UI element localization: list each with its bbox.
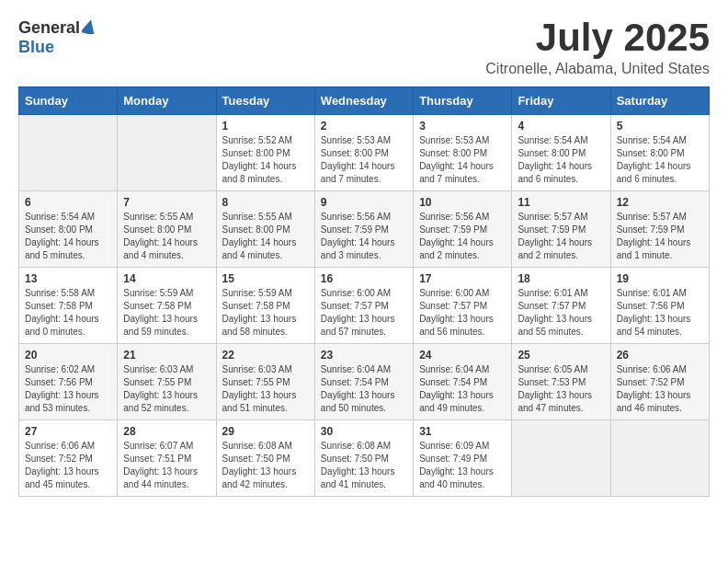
calendar-cell: 7Sunrise: 5:55 AM Sunset: 8:00 PM Daylig… <box>118 191 216 268</box>
main-title: July 2025 <box>485 18 710 57</box>
day-info: Sunrise: 6:00 AM Sunset: 7:57 PM Dayligh… <box>419 287 506 339</box>
svg-marker-0 <box>82 19 97 34</box>
subtitle: Citronelle, Alabama, United States <box>485 61 710 77</box>
weekday-friday: Friday <box>512 87 610 115</box>
calendar-cell: 8Sunrise: 5:55 AM Sunset: 8:00 PM Daylig… <box>216 191 314 268</box>
calendar-cell: 20Sunrise: 6:02 AM Sunset: 7:56 PM Dayli… <box>19 344 118 420</box>
day-info: Sunrise: 5:55 AM Sunset: 8:00 PM Dayligh… <box>222 211 309 262</box>
day-number: 20 <box>25 349 111 362</box>
day-number: 5 <box>617 120 703 132</box>
day-info: Sunrise: 5:53 AM Sunset: 8:00 PM Dayligh… <box>321 134 407 186</box>
day-info: Sunrise: 6:01 AM Sunset: 7:56 PM Dayligh… <box>617 287 703 339</box>
day-number: 29 <box>222 425 309 438</box>
day-info: Sunrise: 6:06 AM Sunset: 7:52 PM Dayligh… <box>25 440 111 491</box>
calendar-cell: 9Sunrise: 5:56 AM Sunset: 7:59 PM Daylig… <box>314 191 413 268</box>
day-info: Sunrise: 5:57 AM Sunset: 7:59 PM Dayligh… <box>617 211 703 262</box>
day-info: Sunrise: 6:03 AM Sunset: 7:55 PM Dayligh… <box>222 363 309 415</box>
calendar-cell: 16Sunrise: 6:00 AM Sunset: 7:57 PM Dayli… <box>314 268 413 344</box>
day-number: 15 <box>222 272 309 285</box>
calendar-cell: 17Sunrise: 6:00 AM Sunset: 7:57 PM Dayli… <box>414 268 512 344</box>
day-number: 31 <box>419 425 506 438</box>
day-info: Sunrise: 6:01 AM Sunset: 7:57 PM Dayligh… <box>518 287 604 339</box>
calendar-cell <box>19 115 118 191</box>
day-info: Sunrise: 5:55 AM Sunset: 8:00 PM Dayligh… <box>123 211 210 262</box>
calendar-cell: 31Sunrise: 6:09 AM Sunset: 7:49 PM Dayli… <box>414 420 512 497</box>
calendar-cell: 23Sunrise: 6:04 AM Sunset: 7:54 PM Dayli… <box>314 344 413 420</box>
calendar-cell: 19Sunrise: 6:01 AM Sunset: 7:56 PM Dayli… <box>610 268 709 344</box>
day-number: 25 <box>518 349 604 362</box>
day-number: 1 <box>222 120 309 132</box>
day-number: 30 <box>321 425 407 438</box>
day-number: 22 <box>222 349 309 362</box>
day-number: 4 <box>518 120 604 132</box>
calendar-cell: 15Sunrise: 5:59 AM Sunset: 7:58 PM Dayli… <box>216 268 314 344</box>
day-info: Sunrise: 6:04 AM Sunset: 7:54 PM Dayligh… <box>419 363 506 415</box>
calendar-cell: 5Sunrise: 5:54 AM Sunset: 8:00 PM Daylig… <box>610 115 709 191</box>
weekday-sunday: Sunday <box>19 87 118 115</box>
day-number: 6 <box>25 196 111 209</box>
day-info: Sunrise: 6:02 AM Sunset: 7:56 PM Dayligh… <box>25 363 111 415</box>
calendar-cell: 4Sunrise: 5:54 AM Sunset: 8:00 PM Daylig… <box>512 115 610 191</box>
day-info: Sunrise: 5:59 AM Sunset: 7:58 PM Dayligh… <box>222 287 309 339</box>
week-row-2: 6Sunrise: 5:54 AM Sunset: 8:00 PM Daylig… <box>19 191 710 268</box>
day-info: Sunrise: 5:56 AM Sunset: 7:59 PM Dayligh… <box>321 211 407 262</box>
day-number: 21 <box>123 349 210 362</box>
day-info: Sunrise: 6:09 AM Sunset: 7:49 PM Dayligh… <box>419 440 506 491</box>
day-info: Sunrise: 5:59 AM Sunset: 7:58 PM Dayligh… <box>123 287 210 339</box>
day-number: 11 <box>518 196 604 209</box>
day-info: Sunrise: 5:54 AM Sunset: 8:00 PM Dayligh… <box>617 134 703 186</box>
day-info: Sunrise: 6:03 AM Sunset: 7:55 PM Dayligh… <box>123 363 210 415</box>
logo-general: General <box>18 18 80 38</box>
calendar-cell: 22Sunrise: 6:03 AM Sunset: 7:55 PM Dayli… <box>216 344 314 420</box>
calendar-cell: 21Sunrise: 6:03 AM Sunset: 7:55 PM Dayli… <box>118 344 216 420</box>
week-row-3: 13Sunrise: 5:58 AM Sunset: 7:58 PM Dayli… <box>19 268 710 344</box>
logo-blue: Blue <box>18 38 54 56</box>
calendar-cell: 30Sunrise: 6:08 AM Sunset: 7:50 PM Dayli… <box>314 420 413 497</box>
day-number: 23 <box>321 349 407 362</box>
day-info: Sunrise: 5:58 AM Sunset: 7:58 PM Dayligh… <box>25 287 111 339</box>
weekday-wednesday: Wednesday <box>314 87 413 115</box>
day-number: 7 <box>123 196 210 209</box>
day-number: 2 <box>321 120 407 132</box>
calendar-cell: 27Sunrise: 6:06 AM Sunset: 7:52 PM Dayli… <box>19 420 118 497</box>
day-info: Sunrise: 5:53 AM Sunset: 8:00 PM Dayligh… <box>419 134 506 186</box>
day-number: 26 <box>617 349 703 362</box>
day-number: 27 <box>25 425 111 438</box>
day-info: Sunrise: 6:08 AM Sunset: 7:50 PM Dayligh… <box>321 440 407 491</box>
day-number: 8 <box>222 196 309 209</box>
day-number: 28 <box>123 425 210 438</box>
calendar-cell <box>610 420 709 497</box>
logo-icon <box>82 19 97 38</box>
day-info: Sunrise: 6:05 AM Sunset: 7:53 PM Dayligh… <box>518 363 604 415</box>
day-info: Sunrise: 5:56 AM Sunset: 7:59 PM Dayligh… <box>419 211 506 262</box>
header: General Blue July 2025 Citronelle, Alaba… <box>18 18 710 77</box>
day-info: Sunrise: 6:00 AM Sunset: 7:57 PM Dayligh… <box>321 287 407 339</box>
day-number: 9 <box>321 196 407 209</box>
day-info: Sunrise: 5:52 AM Sunset: 8:00 PM Dayligh… <box>222 134 309 186</box>
day-number: 18 <box>518 272 604 285</box>
calendar-cell: 11Sunrise: 5:57 AM Sunset: 7:59 PM Dayli… <box>512 191 610 268</box>
day-number: 19 <box>617 272 703 285</box>
calendar-cell: 18Sunrise: 6:01 AM Sunset: 7:57 PM Dayli… <box>512 268 610 344</box>
weekday-tuesday: Tuesday <box>216 87 314 115</box>
calendar-cell: 24Sunrise: 6:04 AM Sunset: 7:54 PM Dayli… <box>414 344 512 420</box>
day-number: 14 <box>123 272 210 285</box>
day-number: 17 <box>419 272 506 285</box>
calendar-cell <box>118 115 216 191</box>
calendar-cell: 25Sunrise: 6:05 AM Sunset: 7:53 PM Dayli… <box>512 344 610 420</box>
title-section: July 2025 Citronelle, Alabama, United St… <box>485 18 710 77</box>
calendar-cell: 2Sunrise: 5:53 AM Sunset: 8:00 PM Daylig… <box>314 115 413 191</box>
week-row-1: 1Sunrise: 5:52 AM Sunset: 8:00 PM Daylig… <box>19 115 710 191</box>
calendar-cell: 26Sunrise: 6:06 AM Sunset: 7:52 PM Dayli… <box>610 344 709 420</box>
day-number: 24 <box>419 349 506 362</box>
week-row-5: 27Sunrise: 6:06 AM Sunset: 7:52 PM Dayli… <box>19 420 710 497</box>
day-number: 3 <box>419 120 506 132</box>
calendar-cell: 28Sunrise: 6:07 AM Sunset: 7:51 PM Dayli… <box>118 420 216 497</box>
day-number: 12 <box>617 196 703 209</box>
calendar-cell: 10Sunrise: 5:56 AM Sunset: 7:59 PM Dayli… <box>414 191 512 268</box>
day-number: 16 <box>321 272 407 285</box>
day-info: Sunrise: 5:57 AM Sunset: 7:59 PM Dayligh… <box>518 211 604 262</box>
calendar-cell: 14Sunrise: 5:59 AM Sunset: 7:58 PM Dayli… <box>118 268 216 344</box>
calendar-cell: 1Sunrise: 5:52 AM Sunset: 8:00 PM Daylig… <box>216 115 314 191</box>
calendar-cell <box>512 420 610 497</box>
